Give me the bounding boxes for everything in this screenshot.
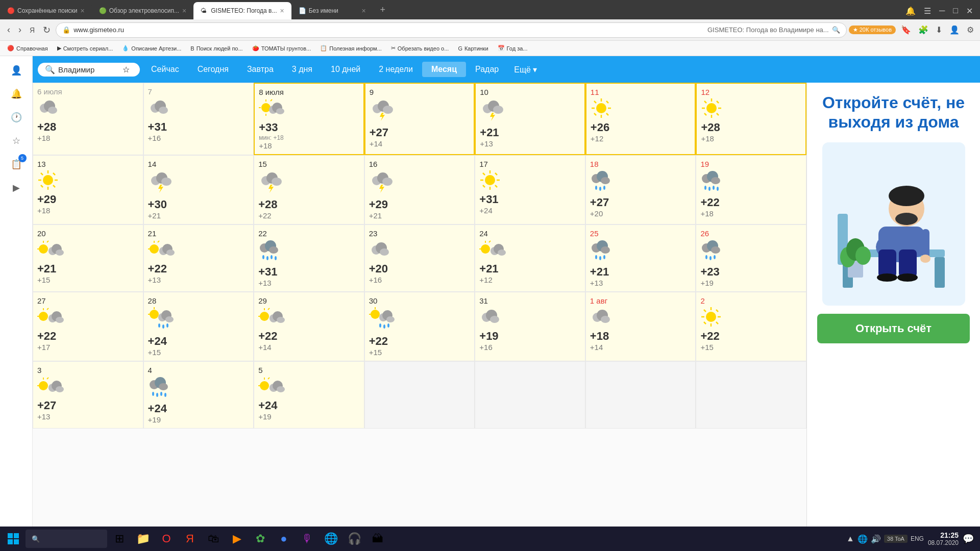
calendar-cell-4-2[interactable]: 5 +24 +19 xyxy=(254,361,364,429)
calendar-cell-1-0[interactable]: 13 +29 +18 xyxy=(33,155,143,224)
bookmark-artez[interactable]: 💧 Описание Артези... xyxy=(118,44,185,53)
nav-more[interactable]: Ещё ▾ xyxy=(508,62,543,78)
nav-month[interactable]: Месяц xyxy=(422,62,466,77)
bookmark-spravochnaya[interactable]: 🔴 Справочная xyxy=(3,44,52,53)
tab-close-saved[interactable]: × xyxy=(81,7,85,15)
calendar-cell-3-0[interactable]: 27 +22 +17 xyxy=(33,292,143,361)
download-icon[interactable]: ⬇ xyxy=(934,24,944,36)
nav-segodnya[interactable]: Сегодня xyxy=(188,62,238,77)
taskbar-chrome[interactable]: ● xyxy=(273,528,295,550)
calendar-cell-4-3[interactable] xyxy=(364,361,475,429)
calendar-cell-0-5[interactable]: 11 +26 +12 xyxy=(585,83,696,155)
bookmark-google[interactable]: G Картинки xyxy=(454,44,492,53)
calendar-cell-3-5[interactable]: 1 авг +18 +14 xyxy=(585,292,696,361)
calendar-cell-3-6[interactable]: 2 +22 +15 xyxy=(696,292,806,361)
time-display[interactable]: 21:25 08.07.2020 xyxy=(928,531,959,546)
weather-search-input[interactable] xyxy=(58,65,119,74)
notifications-icon[interactable]: 🔔 xyxy=(903,4,918,18)
back-button[interactable]: ‹ xyxy=(4,22,13,37)
profile-icon[interactable]: 👤 xyxy=(947,24,962,36)
calendar-cell-1-2[interactable]: 15 +28 +22 xyxy=(254,155,364,224)
sidebar-play-icon[interactable]: ▶ xyxy=(6,178,27,198)
nav-10days[interactable]: 10 дней xyxy=(322,62,370,77)
calendar-cell-2-3[interactable]: 23 +20 +16 xyxy=(364,224,475,292)
calendar-cell-0-2[interactable]: 8 июля +33 мин: +18 +18 xyxy=(254,83,364,155)
taskbar-shop[interactable]: 🛍 xyxy=(202,528,225,550)
sidebar-bell-icon[interactable]: 🔔 xyxy=(6,84,27,104)
bookmark-crop[interactable]: ✂ Обрезать видео о... xyxy=(387,44,453,53)
taskbar-yandex[interactable]: Я xyxy=(179,528,201,550)
calendar-cell-0-4[interactable]: 10 +21 +13 xyxy=(475,83,585,155)
calendar-cell-0-3[interactable]: 9 +27 +14 xyxy=(364,83,475,155)
tray-arrow-icon[interactable]: ▲ xyxy=(846,534,854,543)
taskbar-flower[interactable]: ✿ xyxy=(249,528,272,550)
star-icon[interactable]: ☆ xyxy=(122,65,130,74)
taskbar-podcast[interactable]: 🎙 xyxy=(296,528,318,550)
taskbar-browser2[interactable]: 🌐 xyxy=(320,528,342,550)
tray-sound-icon[interactable]: 🔊 xyxy=(871,534,881,544)
bookmark-icon[interactable]: 🔖 xyxy=(899,24,913,36)
calendar-cell-3-3[interactable]: 30 +22 +15 xyxy=(364,292,475,361)
sidebar-badge-icon[interactable]: 📋 5 xyxy=(6,154,27,174)
reviews-badge[interactable]: ★ 20К отзывов xyxy=(849,26,896,34)
tab-saved-searches[interactable]: 🔴 Сохранённые поиски × xyxy=(0,2,92,19)
nav-zavtra[interactable]: Завтра xyxy=(238,62,283,77)
tab-electro[interactable]: 🟢 Обзор электровелосип... × xyxy=(92,2,193,19)
tab-close-gismeteo[interactable]: × xyxy=(280,7,284,15)
sidebar-user-icon[interactable]: 👤 xyxy=(6,60,27,81)
calendar-cell-2-4[interactable]: 24 +21 +12 xyxy=(475,224,585,292)
calendar-cell-4-0[interactable]: 3 +27 +13 xyxy=(33,361,143,429)
taskbar-explorer[interactable]: 📁 xyxy=(132,528,154,550)
calendar-cell-2-0[interactable]: 20 +21 +15 xyxy=(33,224,143,292)
nav-3days[interactable]: 3 дня xyxy=(283,62,322,77)
taskbar-podcast2[interactable]: 🎧 xyxy=(343,528,365,550)
lang-indicator[interactable]: ENG xyxy=(911,535,924,542)
calendar-cell-2-5[interactable]: 25 +21 +13 xyxy=(585,224,696,292)
calendar-cell-1-6[interactable]: 19 +22 +18 xyxy=(696,155,806,224)
calendar-cell-4-4[interactable] xyxy=(475,361,585,429)
minimize-icon[interactable]: ─ xyxy=(937,4,947,17)
settings-icon[interactable]: ⚙ xyxy=(965,24,976,36)
bookmark-year[interactable]: 📅 Год за... xyxy=(494,44,532,53)
yandex-button[interactable]: Я xyxy=(27,24,38,36)
calendar-cell-4-1[interactable]: 4 +24 +19 xyxy=(143,361,254,429)
calendar-cell-1-4[interactable]: 17 +31 +24 xyxy=(475,155,585,224)
sidebar-star-icon[interactable]: ☆ xyxy=(6,131,27,151)
calendar-cell-1-1[interactable]: 14 +30 +21 xyxy=(143,155,254,224)
tray-badge[interactable]: 38 ToA xyxy=(884,535,908,543)
calendar-cell-0-1[interactable]: 7 +31 +16 xyxy=(143,83,254,155)
bookmark-useful[interactable]: 📋 Полезная информ... xyxy=(316,44,386,53)
start-button[interactable] xyxy=(2,528,24,550)
calendar-cell-2-2[interactable]: 22 +31 +13 xyxy=(254,224,364,292)
open-account-button[interactable]: Открыть счёт xyxy=(817,314,970,343)
calendar-cell-2-6[interactable]: 26 +23 +19 xyxy=(696,224,806,292)
calendar-cell-0-6[interactable]: 12 +28 +18 xyxy=(696,83,806,155)
nav-seychas[interactable]: Сейчас xyxy=(142,62,188,77)
calendar-cell-1-3[interactable]: 16 +29 +21 xyxy=(364,155,475,224)
taskbar-search[interactable]: 🔍 xyxy=(26,530,107,548)
tab-close-unnamed[interactable]: × xyxy=(361,7,365,15)
taskbar-taskview[interactable]: ⊞ xyxy=(108,528,131,550)
calendar-cell-2-1[interactable]: 21 +22 +13 xyxy=(143,224,254,292)
taskbar-vlc[interactable]: ▶ xyxy=(226,528,248,550)
calendar-cell-3-4[interactable]: 31 +19 +16 xyxy=(475,292,585,361)
bookmark-tomatoes[interactable]: 🍅 ТОМАТЫ грунтов... xyxy=(248,44,315,53)
extensions-icon[interactable]: 🧩 xyxy=(916,24,930,36)
refresh-button[interactable]: ↻ xyxy=(40,22,54,38)
bookmark-people[interactable]: В Поиск людей по... xyxy=(186,44,247,53)
nav-2weeks[interactable]: 2 недели xyxy=(370,62,422,77)
tab-close-electro[interactable]: × xyxy=(182,7,186,15)
calendar-cell-0-0[interactable]: 6 июля +28 +18 xyxy=(33,83,143,155)
taskbar-landscape[interactable]: 🏔 xyxy=(366,528,389,550)
tab-unnamed[interactable]: 📄 Без имени × xyxy=(291,2,373,19)
taskbar-opera[interactable]: O xyxy=(155,528,178,550)
close-icon[interactable]: ✕ xyxy=(964,4,975,18)
notification-icon[interactable]: 💬 xyxy=(963,533,974,544)
tab-gismeteo[interactable]: 🌤 GISMETEO: Погода в... × xyxy=(193,2,291,19)
tray-network-icon[interactable]: 🌐 xyxy=(857,534,868,544)
menu-icon[interactable]: ☰ xyxy=(922,4,933,18)
calendar-cell-3-2[interactable]: 29 +22 +14 xyxy=(254,292,364,361)
bookmark-serial[interactable]: ▶ Смотреть сериал... xyxy=(53,44,117,53)
calendar-cell-1-5[interactable]: 18 +27 +20 xyxy=(585,155,696,224)
calendar-cell-4-6[interactable] xyxy=(696,361,806,429)
